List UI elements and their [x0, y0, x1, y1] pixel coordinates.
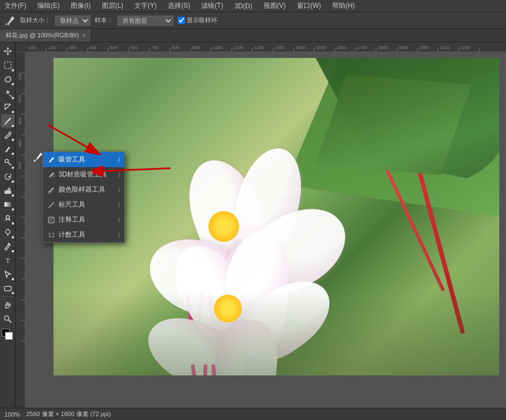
document-tab[interactable]: 鲜花.jpg @ 100%(RGB/8#) × — [0, 29, 91, 42]
svg-rect-1 — [4, 62, 11, 69]
canvas-wrapper: 100 200 300 400 500 600 700 800 900 1000… — [16, 42, 506, 408]
svg-text:2000: 2000 — [419, 45, 429, 50]
menu-edit[interactable]: 编辑(E) — [35, 1, 62, 11]
svg-text:T: T — [6, 256, 10, 265]
context-menu-item-eyedropper[interactable]: 吸管工具 I — [43, 152, 124, 167]
menu-text[interactable]: 文字(Y) — [132, 1, 159, 11]
context-menu: 吸管工具 I 3D 3D材质吸管工具 I 颜色 — [42, 152, 125, 243]
svg-line-92 — [34, 160, 36, 162]
svg-text:100: 100 — [28, 45, 36, 50]
close-icon[interactable]: × — [82, 32, 86, 38]
svg-text:400: 400 — [89, 45, 97, 50]
svg-text:123: 123 — [48, 232, 55, 238]
svg-text:600: 600 — [130, 45, 138, 50]
history-brush-btn[interactable] — [1, 170, 14, 183]
svg-rect-12 — [4, 286, 11, 291]
svg-line-14 — [8, 320, 11, 323]
sample-label: 样本： — [95, 16, 113, 25]
ruler-side: 100 200 300 400 500 — [16, 52, 26, 408]
brush-tool-btn[interactable] — [1, 142, 14, 155]
svg-text:400: 400 — [17, 139, 22, 147]
eyedropper-tool-btn[interactable] — [1, 114, 14, 128]
blur-tool-btn[interactable] — [1, 212, 14, 225]
menu-select[interactable]: 选择(S) — [166, 1, 192, 11]
svg-rect-88 — [48, 217, 54, 223]
shape-tool-btn[interactable] — [1, 281, 14, 295]
svg-text:800: 800 — [172, 45, 179, 50]
svg-text:2100: 2100 — [440, 45, 450, 50]
tool-size-select[interactable]: 取样点 — [55, 16, 90, 26]
menu-image[interactable]: 图像(I) — [69, 1, 93, 11]
menu-layer[interactable]: 图层(L) — [100, 1, 126, 11]
color-swatches[interactable] — [2, 329, 14, 340]
zoom-level[interactable]: 100% — [4, 411, 20, 418]
menu-view[interactable]: 视图(V) — [261, 1, 288, 11]
svg-text:900: 900 — [192, 45, 200, 50]
crop-tool-btn[interactable] — [1, 100, 14, 114]
text-tool-btn[interactable]: T — [1, 253, 14, 267]
svg-rect-6 — [4, 191, 11, 194]
svg-text:1400: 1400 — [295, 45, 305, 50]
move-tool-btn[interactable] — [1, 45, 14, 58]
menu-3d[interactable]: 3D(D) — [232, 2, 255, 10]
show-ring-checkbox[interactable]: 显示取样环 — [178, 16, 217, 25]
svg-point-9 — [6, 229, 10, 234]
svg-point-5 — [5, 159, 8, 163]
svg-text:1200: 1200 — [254, 45, 264, 50]
menu-file[interactable]: 文件(F) — [2, 1, 28, 11]
svg-text:1900: 1900 — [398, 45, 408, 50]
svg-line-0 — [6, 23, 7, 25]
zoom-tool-btn[interactable] — [1, 312, 14, 326]
svg-text:200: 200 — [17, 95, 22, 102]
svg-text:3D: 3D — [51, 173, 55, 177]
sample-select[interactable]: 所有图层 — [118, 16, 173, 26]
gradient-tool-btn[interactable] — [1, 198, 14, 211]
eraser-tool-btn[interactable] — [1, 184, 14, 197]
svg-text:300: 300 — [69, 45, 77, 50]
toolbar-divider — [2, 296, 13, 297]
magic-wand-btn[interactable] — [1, 86, 14, 100]
main-area: T — [0, 42, 506, 408]
svg-text:200: 200 — [49, 45, 57, 50]
svg-text:1300: 1300 — [275, 45, 285, 50]
svg-text:300: 300 — [17, 117, 22, 125]
canvas-area[interactable]: 吸管工具 I 3D 3D材质吸管工具 I 颜色 — [26, 52, 506, 408]
selection-tool-btn[interactable] — [1, 58, 14, 72]
healing-tool-btn[interactable] — [1, 128, 14, 141]
status-divider: | — [22, 411, 24, 418]
path-selection-btn[interactable] — [1, 267, 14, 281]
left-toolbar: T — [0, 42, 16, 408]
context-menu-item-color-sampler[interactable]: 颜色取样器工具 I — [43, 182, 124, 197]
menu-help[interactable]: 帮助(H) — [330, 1, 357, 11]
menu-window[interactable]: 窗口(W) — [295, 1, 323, 11]
context-menu-item-note[interactable]: 注释工具 I — [43, 212, 124, 227]
status-bar: 100% | 2560 像素 × 1600 像素 (72 ppi) — [0, 408, 506, 420]
tab-title: 鲜花.jpg @ 100%(RGB/8#) — [6, 31, 79, 40]
svg-point-13 — [4, 316, 9, 320]
hand-tool-btn[interactable] — [1, 299, 14, 312]
context-menu-item-3d-eyedropper[interactable]: 3D 3D材质吸管工具 I — [43, 167, 124, 182]
tab-bar: 鲜花.jpg @ 100%(RGB/8#) × — [0, 29, 506, 42]
svg-line-3 — [4, 124, 6, 125]
ruler-top: 100 200 300 400 500 600 700 800 900 1000… — [16, 42, 506, 52]
svg-text:700: 700 — [151, 45, 159, 50]
canvas-content-row: 100 200 300 400 500 — [16, 52, 506, 408]
svg-text:2200: 2200 — [460, 45, 470, 50]
eyedropper-icon — [4, 15, 16, 26]
image-size: 2560 像素 × 1600 像素 (72 ppi) — [26, 410, 111, 418]
svg-text:1500: 1500 — [316, 45, 326, 50]
dodge-tool-btn[interactable] — [1, 226, 14, 239]
lasso-tool-btn[interactable] — [1, 72, 14, 86]
pen-tool-btn[interactable] — [1, 240, 14, 253]
context-menu-item-count[interactable]: 123 计数工具 I — [43, 227, 124, 242]
context-menu-item-ruler[interactable]: 标尺工具 I — [43, 197, 124, 212]
menu-bar: 文件(F) 编辑(E) 图像(I) 图层(L) 文字(Y) 选择(S) 滤镜(T… — [0, 0, 506, 12]
svg-point-10 — [8, 243, 10, 245]
svg-text:1700: 1700 — [357, 45, 367, 50]
svg-text:1000: 1000 — [213, 45, 223, 50]
svg-text:1800: 1800 — [378, 45, 388, 50]
clone-stamp-btn[interactable] — [1, 156, 14, 169]
tool-size-label: 取样大小： — [20, 16, 51, 25]
menu-filter[interactable]: 滤镜(T) — [199, 1, 225, 11]
svg-text:1600: 1600 — [337, 45, 347, 50]
